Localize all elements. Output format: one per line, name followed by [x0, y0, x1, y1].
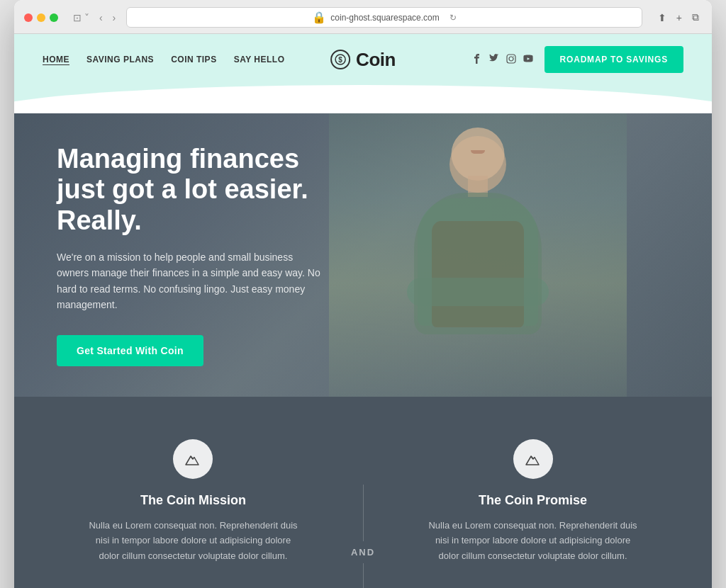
forward-button[interactable]: ›	[109, 11, 120, 25]
svg-point-3	[509, 57, 513, 61]
site-logo[interactable]: $ Coin	[330, 49, 396, 71]
nav-coin-tips[interactable]: COIN TIPS	[171, 55, 217, 64]
hero-content: Managing finances just got a lot easier.…	[14, 144, 397, 367]
roadmap-cta-button[interactable]: ROADMAP TO SAVINGS	[544, 46, 683, 73]
hero-title: Managing finances just got a lot easier.…	[57, 144, 354, 237]
browser-window: ⊡ ˅ ‹ › 🔒 coin-ghost.squarespace.com ↻ ⬆…	[14, 0, 712, 588]
divider-line-bottom	[363, 563, 364, 588]
website-content: HOME SAVING PLANS COIN TIPS SAY HELLO $ …	[14, 34, 712, 588]
mountain-icon-2	[523, 449, 543, 469]
close-button[interactable]	[24, 13, 33, 22]
instagram-icon[interactable]	[506, 54, 516, 66]
nav-say-hello[interactable]: SAY HELLO	[234, 55, 285, 64]
browser-nav-controls: ⊡ ˅ ‹ ›	[69, 11, 119, 25]
mission-icon-wrap	[173, 439, 213, 479]
logo-text: Coin	[356, 49, 396, 71]
traffic-lights	[24, 13, 58, 22]
hero-subtitle: We're on a mission to help people and sm…	[57, 249, 326, 313]
new-tab-button[interactable]: +	[674, 11, 685, 25]
features-divider: AND	[344, 439, 382, 588]
lock-icon: 🔒	[312, 11, 326, 24]
site-header: HOME SAVING PLANS COIN TIPS SAY HELLO $ …	[14, 34, 712, 85]
tab-button[interactable]: ⊡ ˅	[69, 11, 93, 25]
back-button[interactable]: ‹	[96, 11, 106, 25]
twitter-icon[interactable]	[489, 54, 499, 66]
svg-point-4	[513, 56, 514, 57]
browser-action-buttons: ⬆ + ⧉	[655, 10, 702, 25]
nav-home[interactable]: HOME	[43, 55, 69, 64]
nav-saving-plans[interactable]: SAVING PLANS	[86, 55, 154, 64]
url-text: coin-ghost.squarespace.com	[330, 13, 439, 23]
browser-chrome: ⊡ ˅ ‹ › 🔒 coin-ghost.squarespace.com ↻ ⬆…	[14, 0, 712, 34]
svg-rect-2	[507, 55, 515, 63]
header-inner: HOME SAVING PLANS COIN TIPS SAY HELLO $ …	[43, 34, 683, 85]
header-wave-divider	[14, 85, 712, 113]
promise-title: The Coin Promise	[425, 493, 641, 508]
mountain-icon	[183, 449, 203, 469]
feature-mission: The Coin Mission Nulla eu Lorem consequa…	[43, 439, 344, 563]
facebook-icon[interactable]	[472, 54, 482, 66]
divider-line-top	[363, 485, 364, 541]
youtube-icon[interactable]	[523, 54, 533, 66]
svg-text:$: $	[338, 56, 342, 64]
reload-icon[interactable]: ↻	[449, 13, 457, 23]
feature-promise: The Coin Promise Nulla eu Lorem consequa…	[382, 439, 683, 563]
mission-text: Nulla eu Lorem consequat non. Reprehende…	[85, 518, 301, 563]
header-right: ROADMAP TO SAVINGS	[472, 46, 683, 73]
features-section: The Coin Mission Nulla eu Lorem consequa…	[14, 397, 712, 588]
maximize-button[interactable]	[50, 13, 58, 22]
share-button[interactable]: ⬆	[655, 11, 669, 25]
hero-cta-button[interactable]: Get Started With Coin	[57, 335, 203, 366]
minimize-button[interactable]	[37, 13, 45, 22]
logo-icon: $	[330, 50, 350, 69]
promise-text: Nulla eu Lorem consequat non. Reprehende…	[425, 518, 641, 563]
social-icons	[472, 54, 533, 66]
mission-title: The Coin Mission	[85, 493, 301, 508]
hero-section: Managing finances just got a lot easier.…	[14, 113, 712, 397]
divider-and-text: AND	[351, 547, 375, 558]
promise-icon-wrap	[513, 439, 553, 479]
address-bar[interactable]: 🔒 coin-ghost.squarespace.com ↻	[126, 7, 642, 28]
main-nav: HOME SAVING PLANS COIN TIPS SAY HELLO	[43, 55, 285, 64]
copy-tab-button[interactable]: ⧉	[689, 10, 702, 25]
